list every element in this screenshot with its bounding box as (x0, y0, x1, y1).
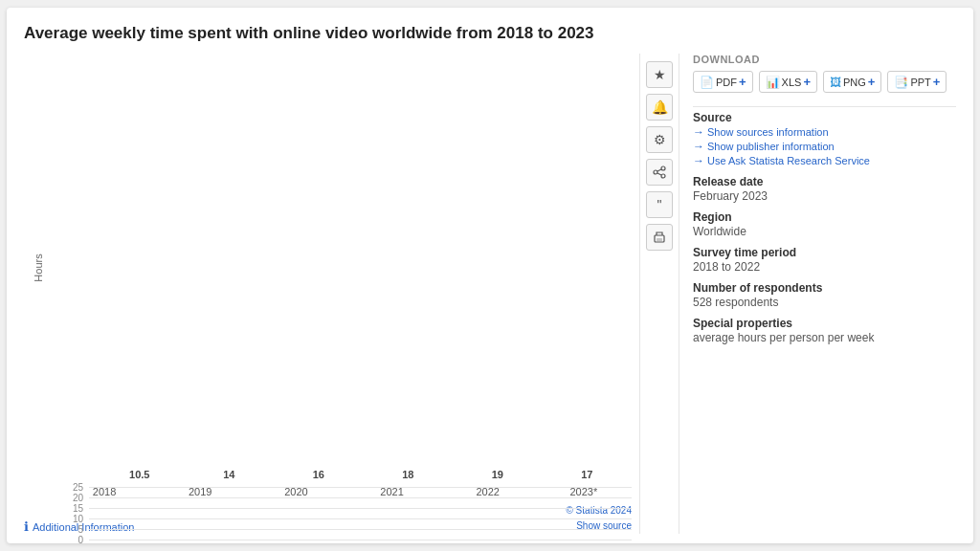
share-button[interactable] (646, 159, 673, 186)
bar-group: 16 (280, 469, 357, 482)
print-button[interactable] (646, 224, 673, 251)
special-label: Special properties (693, 317, 956, 330)
svg-rect-6 (657, 238, 662, 241)
pdf-download-button[interactable]: 📄 PDF+ (693, 71, 753, 93)
source-link-3[interactable]: →Use Ask Statista Research Service (693, 154, 956, 167)
bar-group: 17 (548, 469, 625, 482)
survey-period-item: Survey time period 2018 to 2022 (693, 246, 956, 274)
x-labels: 201820192020202120222023* (24, 482, 632, 497)
additional-info-link[interactable]: ℹ Additional Information (24, 519, 134, 534)
bar-value-label: 19 (492, 469, 503, 480)
bar-value-label: 14 (223, 469, 234, 480)
chart-title: Average weekly time spent with online vi… (24, 23, 956, 44)
release-date-label: Release date (693, 175, 956, 188)
y-tick: 0 (62, 535, 89, 545)
x-axis-label: 2019 (162, 486, 238, 497)
svg-point-2 (661, 174, 665, 178)
release-date-item: Release date February 2023 (693, 175, 956, 203)
bar-group: 19 (459, 469, 536, 482)
x-axis-label: 2018 (66, 486, 143, 497)
download-section: DOWNLOAD 📄 PDF+ 📊 XLS+ 🖼 PNG+ (693, 54, 956, 93)
svg-point-0 (661, 166, 665, 170)
respondents-value: 528 respondents (693, 296, 956, 309)
ppt-download-button[interactable]: 📑 PPT+ (887, 71, 947, 93)
respondents-item: Number of respondents 528 respondents (693, 281, 956, 309)
info-panel: DOWNLOAD 📄 PDF+ 📊 XLS+ 🖼 PNG+ (679, 54, 956, 534)
statista-year: © Statista 2024 (566, 503, 632, 518)
main-content: Hours 2520151050 10.5 14 16 18 19 17 (24, 54, 956, 534)
special-properties-item: Special properties average hours per per… (693, 317, 956, 344)
y-axis-label: Hours (33, 253, 44, 281)
svg-line-4 (657, 173, 661, 175)
respondents-label: Number of respondents (693, 281, 956, 295)
svg-line-3 (657, 169, 661, 171)
source-link-1[interactable]: →Show sources information (693, 125, 956, 139)
x-axis-label: 2021 (354, 486, 431, 497)
bar-group: 10.5 (101, 469, 178, 482)
bar-chart: Hours 2520151050 10.5 14 16 18 19 17 (24, 54, 632, 482)
x-axis-label: 2022 (450, 486, 526, 497)
source-label: Source (693, 111, 956, 124)
download-label: DOWNLOAD (693, 54, 956, 65)
bar-value-label: 17 (581, 469, 592, 480)
icon-sidebar: ★ 🔔 ⚙ " (639, 54, 679, 534)
region-value: Worldwide (693, 225, 956, 238)
bar-value-label: 10.5 (129, 469, 149, 480)
bar-value-label: 18 (402, 469, 413, 480)
source-item: Source →Show sources information →Show p… (693, 111, 956, 167)
grid-line-row: 0 (62, 535, 632, 545)
bell-button[interactable]: 🔔 (646, 94, 673, 121)
meta-section: Source →Show sources information →Show p… (693, 111, 956, 344)
source-link-2[interactable]: →Show publisher information (693, 140, 956, 153)
png-download-button[interactable]: 🖼 PNG+ (823, 71, 881, 93)
special-value: average hours per person per week (693, 331, 956, 344)
xls-download-button[interactable]: 📊 XLS+ (759, 71, 817, 93)
gear-button[interactable]: ⚙ (646, 126, 673, 153)
chart-footer: ℹ Additional Information © Statista 2024… (24, 501, 632, 534)
x-axis-label: 2020 (257, 486, 334, 497)
chart-container: Hours 2520151050 10.5 14 16 18 19 17 (24, 54, 632, 534)
grid-line (89, 540, 632, 540)
bar-group: 18 (369, 469, 446, 482)
region-item: Region Worldwide (693, 210, 956, 238)
chart-with-sidebar: Hours 2520151050 10.5 14 16 18 19 17 (24, 54, 679, 534)
survey-period-value: 2018 to 2022 (693, 260, 956, 274)
region-label: Region (693, 210, 956, 224)
star-button[interactable]: ★ (646, 61, 673, 88)
quote-button[interactable]: " (646, 191, 673, 218)
bar-value-label: 16 (313, 469, 324, 480)
release-date-value: February 2023 (693, 189, 956, 203)
bar-group: 14 (190, 469, 267, 482)
survey-period-label: Survey time period (693, 246, 956, 259)
show-source-link[interactable]: Show source (566, 518, 632, 534)
statista-info: © Statista 2024 Show source (566, 503, 632, 534)
main-card: Average weekly time spent with online vi… (7, 8, 973, 543)
svg-point-1 (654, 170, 657, 174)
grid-line (89, 497, 632, 498)
x-axis-label: 2023* (546, 486, 622, 497)
download-buttons: 📄 PDF+ 📊 XLS+ 🖼 PNG+ 📑 PPT+ (693, 71, 956, 93)
